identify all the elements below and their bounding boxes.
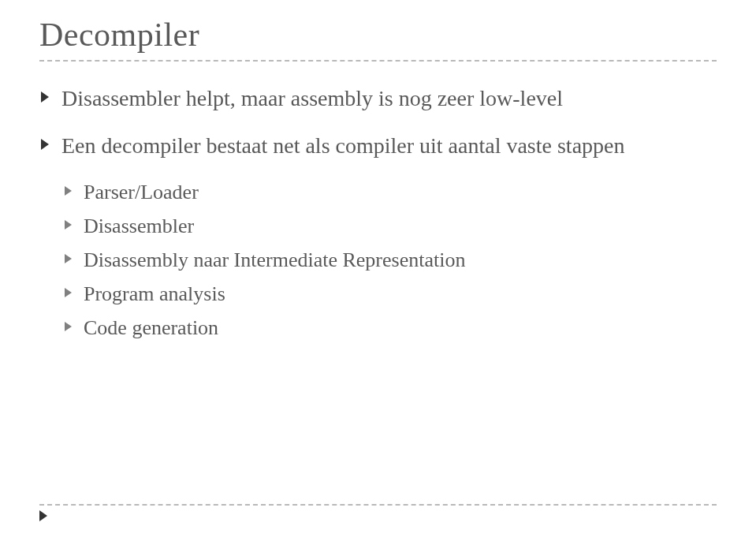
bullet-text: Disassembler [84,215,194,237]
bullet-text: Code generation [84,316,218,339]
bullet-text: Een decompiler bestaat net als compiler … [61,133,625,158]
bullet-level2: Parser/Loader [39,178,717,206]
bullet-text: Disassembly naar Intermediate Representa… [84,248,465,271]
bullet-text: Disassembler helpt, maar assembly is nog… [61,86,563,110]
bullet-text: Program analysis [84,282,225,305]
triangle-bullet-icon [65,186,72,196]
bullet-level1: Disassembler helpt, maar assembly is nog… [39,84,717,114]
bullet-level1: Een decompiler bestaat net als compiler … [39,131,717,161]
triangle-bullet-icon [41,91,49,103]
slide-footer [39,504,717,521]
title-divider [39,60,717,62]
triangle-bullet-icon [41,139,49,150]
bullet-level2: Disassembler [39,212,717,240]
slide: Decompiler Disassembler helpt, maar asse… [0,0,756,545]
triangle-bullet-icon [65,322,72,331]
triangle-bullet-icon [65,254,72,263]
bullet-level2: Code generation [39,314,717,342]
bullet-level2: Disassembly naar Intermediate Representa… [39,246,717,274]
slide-title: Decompiler [39,16,717,54]
bullet-level2: Program analysis [39,280,717,308]
bullet-text: Parser/Loader [84,181,199,203]
triangle-bullet-icon [65,220,72,230]
slide-content: Disassembler helpt, maar assembly is nog… [39,84,717,342]
footer-divider [39,504,717,506]
footer-triangle-icon [39,510,47,521]
triangle-bullet-icon [65,288,72,297]
